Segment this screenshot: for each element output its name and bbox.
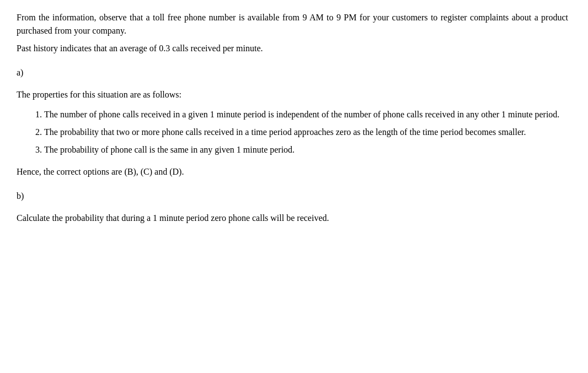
- conclusion-text: Hence, the correct options are (B), (C) …: [17, 165, 568, 179]
- part-b-label: b): [17, 190, 568, 203]
- list-item: The probability of phone call is the sam…: [44, 143, 568, 156]
- list-item-text-2: The probability that two or more phone c…: [44, 127, 526, 137]
- properties-intro: The properties for this situation are as…: [17, 88, 568, 101]
- properties-list: The number of phone calls received in a …: [44, 108, 568, 156]
- list-item-text-3: The probability of phone call is the sam…: [44, 145, 295, 154]
- calculate-text: Calculate the probability that during a …: [17, 212, 568, 225]
- list-item: The number of phone calls received in a …: [44, 108, 568, 121]
- history-paragraph: Past history indicates that an average o…: [17, 42, 568, 55]
- content-wrapper: From the information, observe that a tol…: [17, 11, 568, 225]
- part-a-label: a): [17, 66, 568, 79]
- intro-paragraph: From the information, observe that a tol…: [17, 11, 568, 37]
- list-item-text-1: The number of phone calls received in a …: [44, 110, 559, 119]
- list-item: The probability that two or more phone c…: [44, 126, 568, 139]
